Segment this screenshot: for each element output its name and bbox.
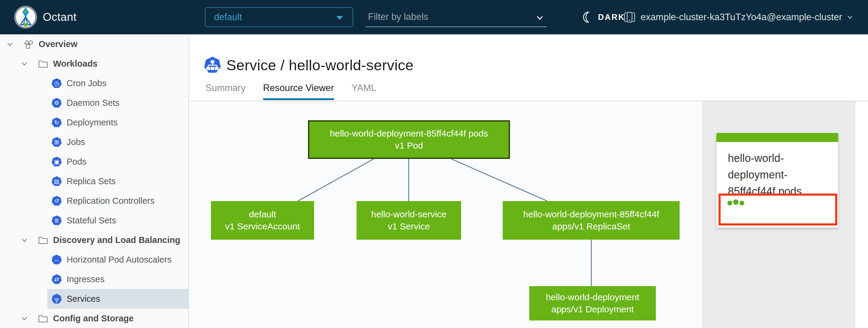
ingresses-icon: ⇄ (52, 274, 62, 285)
node-name: hello-world-deployment-85ff4cf44f (523, 208, 659, 220)
pods-icon: ▣ (52, 157, 62, 167)
daemon-sets-icon: ⚙ (52, 98, 62, 108)
cluster-context-label: example-cluster-ka3TuTzYo4a@example-clus… (641, 12, 842, 23)
jobs-icon: ⊞ (52, 137, 62, 147)
graph-node-deployment[interactable]: hello-world-deployment apps/v1 Deploymen… (529, 286, 656, 321)
chevron-down-icon[interactable] (21, 236, 28, 244)
sidebar-item-label: Stateful Sets (67, 215, 116, 226)
page-title: Service / hello-world-service (204, 57, 413, 73)
label-filter-input[interactable]: Filter by labels (366, 7, 547, 27)
sidebar-group-workloads[interactable]: Workloads (0, 54, 188, 73)
namespace-dropdown-value: default (214, 12, 242, 23)
sidebar-item-cron-jobs[interactable]: ◷Cron Jobs (0, 73, 188, 93)
folder-icon (38, 59, 48, 68)
pod-ok-dot (733, 199, 739, 205)
top-header-bar: Octant default Filter by labels DARK (0, 0, 868, 34)
cluster-context-menu[interactable]: example-cluster-ka3TuTzYo4a@example-clus… (623, 0, 854, 34)
main-content: Service / hello-world-service Summary Re… (189, 34, 868, 328)
node-name: hello-world-deployment-85ff4cf44f pods (330, 127, 488, 140)
sidebar-item-label: Replica Sets (67, 176, 116, 186)
sidebar-group-config-and-storage[interactable]: Config and Storage (0, 309, 188, 328)
overview-icon (24, 39, 34, 50)
sidebar-item-label: Ingresses (67, 274, 104, 284)
chevron-down-icon (846, 13, 854, 21)
node-name: hello-world-deployment (546, 291, 639, 303)
sidebar-item-label: Daemon Sets (67, 98, 120, 108)
sidebar-group-label: Discovery and Load Balancing (53, 235, 180, 245)
node-kind: apps/v1 ReplicaSet (552, 220, 630, 233)
folder-icon (38, 314, 48, 323)
cron-jobs-icon: ◷ (52, 79, 62, 89)
chevron-down-icon[interactable] (6, 40, 14, 48)
card-status-bar (716, 133, 838, 142)
navigation-sidebar: Overview Workloads ◷Cron Jobs ⚙Daemon Se… (0, 34, 189, 328)
tab-bar: Summary Resource Viewer YAML (206, 83, 376, 100)
app-title: Octant (43, 0, 76, 34)
node-kind: v1 Service (388, 220, 430, 233)
graph-node-pod[interactable]: hello-world-deployment-85ff4cf44f pods v… (308, 120, 510, 159)
node-detail-panel: hello-world-deployment-85ff4cf44f pods (702, 101, 855, 328)
sidebar-group-discovery-load-balancing[interactable]: Discovery and Load Balancing (0, 230, 188, 250)
page-title-text: Service / hello-world-service (226, 57, 413, 73)
tab-resource-viewer[interactable]: Resource Viewer (263, 83, 334, 100)
sidebar-group-label: Config and Storage (53, 314, 133, 324)
node-name: hello-world-service (371, 208, 446, 220)
replication-controllers-icon: ↺ (52, 196, 62, 206)
sidebar-item-label: Deployments (67, 118, 118, 127)
cluster-icon (623, 11, 637, 24)
services-icon: ╦ (52, 294, 62, 304)
node-kind: v1 ServiceAccount (225, 220, 300, 233)
sidebar-item-label: Replication Controllers (67, 196, 155, 206)
panel-right-gutter (855, 101, 868, 328)
chevron-down-icon[interactable] (535, 13, 545, 23)
sidebar-item-horizontal-pod-autoscalers[interactable]: ↔Horizontal Pod Autoscalers (0, 250, 188, 270)
tab-yaml[interactable]: YAML (351, 83, 376, 100)
moon-icon (581, 10, 593, 24)
chevron-down-icon[interactable] (21, 60, 28, 68)
sidebar-group-label: Workloads (53, 59, 98, 69)
sidebar-item-ingresses[interactable]: ⇄Ingresses (0, 270, 188, 289)
tab-summary[interactable]: Summary (206, 83, 246, 100)
label-filter-placeholder: Filter by labels (368, 11, 428, 22)
sidebar-item-label: Services (67, 294, 100, 304)
stateful-sets-icon: ≣ (52, 215, 62, 226)
sidebar-item-replication-controllers[interactable]: ↺Replication Controllers (0, 191, 188, 211)
caret-down-icon (336, 16, 343, 20)
octant-window: Octant default Filter by labels DARK (0, 0, 868, 328)
folder-icon (38, 236, 48, 245)
dark-theme-toggle[interactable]: DARK (581, 0, 625, 34)
card-title: hello-world-deployment-85ff4cf44f pods (716, 142, 838, 200)
pod-status-dots (727, 201, 835, 206)
dark-theme-label: DARK (598, 13, 625, 22)
node-kind: v1 Pod (395, 140, 423, 152)
hpa-icon: ↔ (52, 255, 62, 265)
sidebar-item-label: Horizontal Pod Autoscalers (67, 255, 172, 265)
sidebar-item-label: Cron Jobs (67, 79, 106, 88)
node-kind: apps/v1 Deployment (551, 303, 634, 315)
sidebar-item-pods[interactable]: ▣Pods (0, 152, 188, 172)
sidebar-item-label: Overview (38, 39, 78, 49)
sidebar-item-overview[interactable]: Overview (0, 34, 188, 54)
sidebar-item-stateful-sets[interactable]: ≣Stateful Sets (0, 211, 188, 230)
node-name: default (249, 208, 276, 220)
replica-sets-icon: ▤ (52, 176, 62, 187)
service-icon (204, 57, 221, 73)
pod-ok-dot (739, 201, 744, 206)
chevron-down-icon[interactable] (21, 315, 28, 323)
sidebar-item-jobs[interactable]: ⊞Jobs (0, 132, 188, 152)
sidebar-item-services[interactable]: ╦Services (0, 289, 188, 309)
graph-node-replicaset[interactable]: hello-world-deployment-85ff4cf44f apps/v… (503, 201, 680, 240)
sidebar-item-replica-sets[interactable]: ▤Replica Sets (0, 172, 188, 191)
graph-node-service[interactable]: hello-world-service v1 Service (356, 201, 461, 240)
pod-ok-dot (727, 201, 733, 206)
octant-logo-icon (14, 5, 37, 29)
graph-node-serviceaccount[interactable]: default v1 ServiceAccount (211, 201, 314, 240)
sidebar-item-label: Pods (67, 157, 87, 167)
deployments-icon: ↻ (52, 118, 62, 128)
sidebar-item-daemon-sets[interactable]: ⚙Daemon Sets (0, 93, 188, 113)
pod-status-highlight-box[interactable] (718, 193, 837, 226)
sidebar-item-deployments[interactable]: ↻Deployments (0, 113, 188, 132)
namespace-dropdown[interactable]: default (205, 7, 353, 27)
sidebar-item-label: Jobs (67, 137, 85, 147)
